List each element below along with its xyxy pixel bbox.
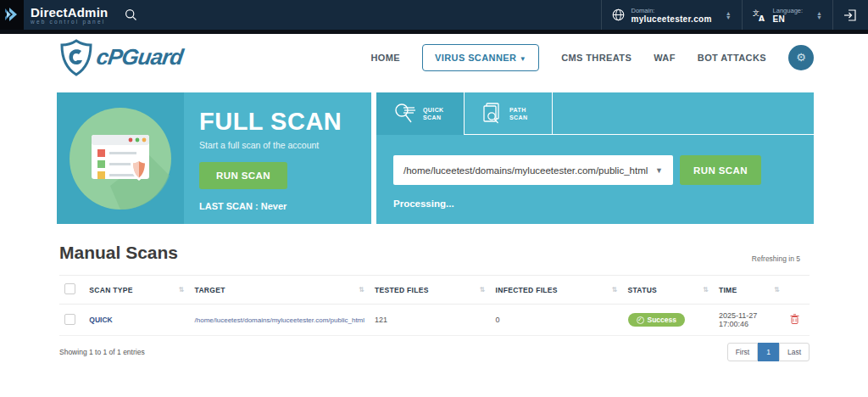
time-cell: 2025-11-27 17:00:46: [714, 305, 785, 336]
col-target-label: TARGET: [195, 286, 225, 294]
search-button[interactable]: [116, 0, 146, 30]
manual-scans-header: Manual Scans Refreshing in 5: [59, 243, 800, 263]
search-icon: [125, 8, 137, 21]
sort-icon[interactable]: ⇅: [179, 286, 185, 294]
full-scan-title: FULL SCAN: [199, 108, 363, 136]
col-target[interactable]: TARGET ⇅: [190, 276, 370, 305]
nav-waf[interactable]: WAF: [654, 53, 676, 63]
domain-selector[interactable]: Domain: myluceetester.com ▲▼: [601, 0, 742, 30]
status-badge: ✓ Success: [628, 313, 686, 327]
target-cell: /home/luceetest/domains/myluceetester.co…: [195, 316, 365, 324]
tab-strip-filler: [553, 92, 814, 135]
scan-panels: FULL SCAN Start a full scan of the accou…: [57, 92, 814, 224]
col-infected-files-label: INFECTED FILES: [496, 286, 558, 294]
domain-label: Domain:: [632, 7, 712, 15]
quick-scan-panel: QUICK SCAN PATH SCAN /home/luceetest/dom…: [376, 92, 814, 224]
select-all-checkbox[interactable]: [64, 283, 75, 294]
translate-icon: 文 A: [753, 8, 766, 22]
topbar-right: Domain: myluceetester.com ▲▼ 文 A Languag…: [601, 0, 868, 30]
check-icon: ✓: [637, 316, 644, 324]
status-badge-label: Success: [648, 316, 677, 324]
chevron-updown-icon: ▲▼: [719, 11, 732, 20]
col-status-label: STATUS: [628, 286, 658, 294]
nav-cms-threats[interactable]: CMS THREATS: [561, 53, 632, 63]
tab-path-scan-label: PATH SCAN: [509, 106, 535, 121]
app-header: cPGuard HOME VIRUS SCANNER ▼ CMS THREATS…: [0, 34, 868, 81]
tested-files-cell: 121: [370, 305, 491, 336]
col-tested-files-label: TESTED FILES: [375, 286, 429, 294]
manual-scans-title: Manual Scans: [59, 243, 178, 263]
brand-subtitle: web control panel: [31, 19, 108, 25]
table-row: QUICK /home/luceetest/domains/myluceetes…: [59, 305, 810, 336]
col-time[interactable]: TIME ⇅: [714, 276, 785, 305]
manual-scans-table: SCAN TYPE ⇅ TARGET ⇅ TESTED FILES ⇅ INFE…: [59, 275, 810, 336]
pagination: First 1 Last: [727, 343, 810, 361]
row-checkbox[interactable]: [64, 314, 75, 325]
table-footer: Showing 1 to 1 of 1 entries First 1 Last: [59, 343, 810, 361]
trash-icon: [790, 314, 799, 324]
nav-home[interactable]: HOME: [370, 53, 400, 63]
directadmin-logo[interactable]: [0, 0, 24, 30]
svg-text:A: A: [759, 14, 765, 22]
globe-icon: [612, 8, 625, 21]
double-chevron-icon: [3, 8, 20, 23]
col-scan-type-label: SCAN TYPE: [89, 286, 132, 294]
col-status[interactable]: STATUS ⇅: [623, 276, 714, 305]
domain-value: myluceetester.com: [632, 15, 712, 24]
gear-icon: ⚙: [796, 51, 806, 64]
scan-status-text: Processing...: [393, 198, 814, 209]
scan-tabs: QUICK SCAN PATH SCAN: [376, 92, 814, 135]
col-infected-files[interactable]: INFECTED FILES ⇅: [491, 276, 623, 305]
full-scan-run-button[interactable]: RUN SCAN: [199, 162, 287, 189]
select-caret-icon: ▼: [655, 166, 663, 175]
brand-title: DirectAdmin: [31, 6, 108, 19]
scan-path-select[interactable]: /home/luceetest/domains/myluceetester.co…: [393, 155, 673, 185]
cpguard-logo[interactable]: cPGuard: [59, 39, 182, 76]
pagination-page-1[interactable]: 1: [758, 343, 779, 361]
refresh-countdown: Refreshing in 5: [752, 254, 800, 263]
language-label: Language:: [773, 7, 803, 15]
chevron-updown-icon: ▲▼: [810, 11, 822, 20]
shield-logo-icon: [59, 39, 93, 76]
tab-quick-scan-label: QUICK SCAN: [423, 106, 448, 121]
table-header-row: SCAN TYPE ⇅ TARGET ⇅ TESTED FILES ⇅ INFE…: [59, 276, 810, 305]
showing-entries-text: Showing 1 to 1 of 1 entries: [59, 348, 145, 356]
path-scan-icon: [481, 102, 504, 126]
nav-virus-scanner[interactable]: VIRUS SCANNER ▼: [422, 44, 539, 71]
language-selector[interactable]: 文 A Language: EN ▲▼: [742, 0, 832, 30]
delete-scan-button[interactable]: [790, 314, 799, 324]
chevron-down-icon: ▼: [520, 55, 526, 63]
col-time-label: TIME: [719, 286, 737, 294]
nav-virus-scanner-label: VIRUS SCANNER: [435, 53, 516, 63]
sort-icon[interactable]: ⇅: [480, 286, 486, 294]
logout-button[interactable]: [832, 0, 868, 30]
sort-icon[interactable]: ⇅: [611, 286, 617, 294]
quick-scan-form: /home/luceetest/domains/myluceetester.co…: [393, 155, 761, 185]
scan-type-cell: QUICK: [89, 316, 112, 324]
col-scan-type[interactable]: SCAN TYPE ⇅: [84, 276, 189, 305]
cpguard-logo-text: cPGuard: [95, 44, 185, 70]
scan-path-value: /home/luceetest/domains/myluceetester.co…: [403, 165, 655, 176]
tab-quick-scan[interactable]: QUICK SCAN: [376, 92, 465, 135]
logout-icon: [843, 8, 858, 22]
sort-icon[interactable]: ⇅: [359, 286, 364, 294]
language-value: EN: [773, 15, 803, 24]
settings-button[interactable]: ⚙: [788, 45, 814, 70]
infected-files-cell: 0: [491, 305, 623, 336]
sort-icon[interactable]: ⇅: [703, 286, 709, 294]
brand: DirectAdmin web control panel: [24, 0, 116, 30]
full-scan-body: FULL SCAN Start a full scan of the accou…: [184, 92, 371, 224]
full-scan-card: FULL SCAN Start a full scan of the accou…: [57, 92, 371, 224]
full-scan-illustration: [57, 92, 184, 224]
nav-bot-attacks[interactable]: BOT ATTACKS: [698, 53, 766, 63]
quick-scan-run-button[interactable]: RUN SCAN: [680, 155, 761, 185]
full-scan-last-scan: LAST SCAN : Never: [199, 201, 363, 211]
sort-icon[interactable]: ⇅: [774, 286, 780, 294]
tab-path-scan[interactable]: PATH SCAN: [465, 92, 553, 135]
pagination-last[interactable]: Last: [779, 343, 810, 361]
full-scan-subtitle: Start a full scan of the account: [199, 140, 363, 150]
main-nav: HOME VIRUS SCANNER ▼ CMS THREATS WAF BOT…: [370, 44, 814, 71]
col-tested-files[interactable]: TESTED FILES ⇅: [370, 276, 491, 305]
topbar: DirectAdmin web control panel Domain: my…: [0, 0, 868, 30]
pagination-first[interactable]: First: [727, 343, 759, 361]
